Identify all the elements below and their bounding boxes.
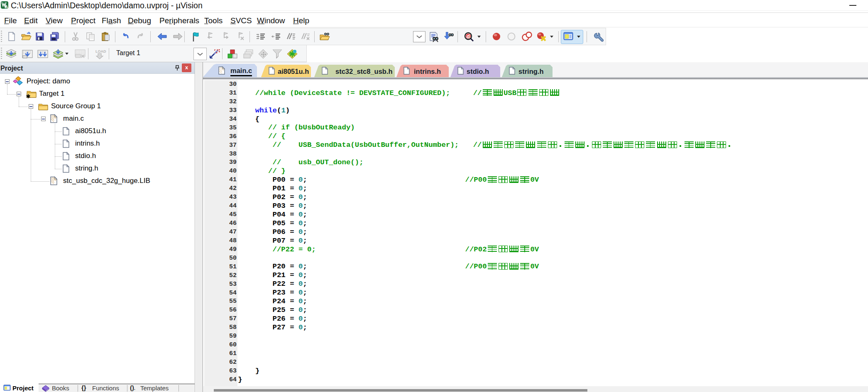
svg-text:LOAD: LOAD: [95, 49, 106, 54]
svg-text:5: 5: [6, 5, 8, 9]
svg-text:d: d: [467, 33, 470, 39]
